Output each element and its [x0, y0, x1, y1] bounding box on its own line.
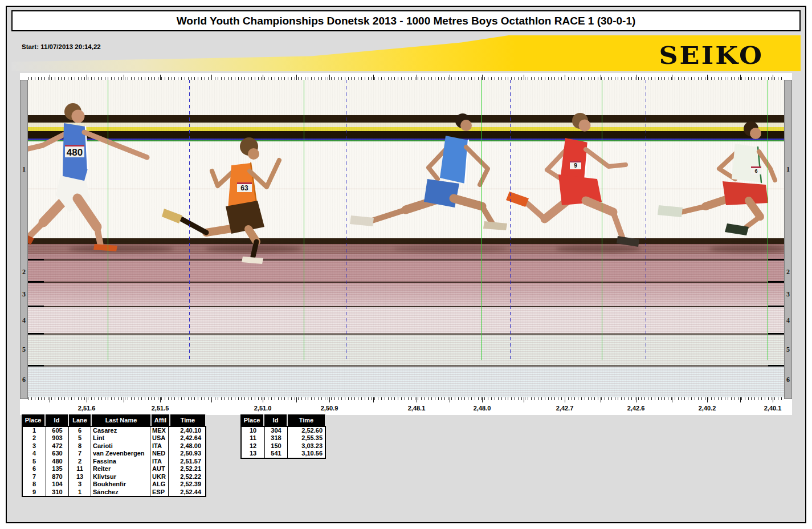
table-column: 65872111331 [69, 427, 91, 496]
table-cell: 3 [69, 481, 91, 488]
table-cell: 2,52.21 [169, 465, 203, 473]
lane-number: 6 [784, 376, 792, 384]
table-cell: 8 [69, 442, 91, 450]
lane-number: 6 [20, 376, 28, 384]
seiko-logo: SEIKO [659, 40, 764, 70]
table-cell: 2,40.10 [169, 427, 203, 434]
time-tick-label: 2,51.0 [254, 405, 272, 412]
finish-read-line [108, 80, 108, 360]
bottom-ruler-ticks [28, 397, 784, 400]
table-cell: 472 [46, 442, 68, 450]
table-cell: 12 [242, 442, 264, 450]
table-cell: 7 [69, 450, 91, 457]
table-cell: 2,52.39 [169, 481, 203, 488]
table-cell: 7 [23, 473, 46, 481]
results-table-extra: PlaceIdTime101112133043181505412,52.602,… [240, 414, 326, 459]
table-cell: Sánchez [91, 489, 150, 496]
ruler-major-tick [417, 397, 417, 402]
table-cell: MEX [150, 427, 168, 434]
table-column: 304318150541 [265, 427, 288, 458]
table-cell: Casarez [91, 427, 150, 434]
table-cell: ITA [150, 458, 168, 465]
table-cell: 3 [23, 442, 46, 450]
table-cell: UKR [150, 473, 168, 481]
table-cell: 2,51.57 [169, 458, 203, 465]
top-ruler-ticks [28, 77, 784, 80]
finish-read-line [304, 80, 304, 360]
ruler-major-tick [296, 75, 297, 80]
ruler-major-tick [160, 397, 161, 402]
table-cell: 6 [69, 427, 91, 434]
ruler-major-tick [87, 75, 87, 80]
photo-finish-image: 48063962,51.62,51.52,51.02,50.92,48.12,4… [20, 73, 792, 415]
table-column: CasarezLintCariotivan ZevenbergenFassina… [91, 427, 150, 496]
table-cell: 2 [69, 458, 91, 465]
bib-number: 63 [240, 184, 248, 192]
table-header-cell: Time [170, 414, 205, 426]
table-cell: Boukhenfir [91, 481, 150, 488]
ruler-major-tick [482, 75, 483, 80]
table-cell: 11 [242, 434, 264, 442]
table-cell: 870 [46, 473, 68, 481]
table-cell: van Zevenbergen [91, 450, 150, 457]
segment-line [189, 80, 190, 360]
lane-number: 4 [784, 316, 792, 325]
lane-number: 4 [20, 316, 28, 325]
table-cell: 310 [46, 489, 68, 496]
table-cell: 3,03.23 [288, 442, 325, 450]
time-tick-label: 2,40.2 [699, 405, 716, 412]
runner: 6 [658, 121, 775, 235]
table-cell: 3,10.56 [288, 450, 325, 457]
table-cell: Klivtsur [91, 473, 150, 481]
ruler-major-tick [672, 75, 672, 80]
segment-line [510, 80, 511, 360]
ruler-major-tick [601, 397, 601, 402]
table-cell: 2,52.44 [169, 489, 203, 496]
table-cell: Fassina [91, 458, 150, 465]
segment-line [646, 80, 646, 360]
table-cell: 2,48.00 [169, 442, 203, 450]
ruler-major-tick [524, 397, 524, 402]
table-cell: 304 [265, 427, 287, 434]
table-cell: Lint [91, 434, 150, 442]
table-column: 2,52.602,55.353,03.233,10.56 [288, 427, 325, 458]
segment-line [346, 80, 346, 360]
table-body: 1234567896059034726304801358701043106587… [22, 426, 206, 497]
ruler-major-tick [329, 75, 330, 80]
time-tick-label: 2,50.9 [321, 405, 338, 412]
table-header-row: PlaceIdTime [240, 414, 326, 426]
start-time-label: Start: 11/07/2013 20:14,22 [22, 43, 101, 50]
time-tick-label: 2,51.6 [78, 405, 96, 412]
runners-layer: 4806396 [20, 73, 792, 415]
table-header-row: PlaceIdLaneLast NameAffilTime [22, 414, 206, 426]
table-column: 10111213 [242, 427, 265, 458]
table-header-cell: Lane [69, 414, 91, 426]
table-cell: 630 [46, 450, 68, 457]
table-cell: USA [150, 434, 168, 442]
bib-number: 6 [754, 168, 757, 174]
table-cell: 2,42.64 [169, 434, 203, 442]
table-cell: 13 [242, 450, 264, 457]
table-cell: 11 [69, 465, 91, 473]
ruler-major-tick [263, 75, 263, 80]
table-cell: 9 [23, 489, 46, 496]
ruler-major-tick [482, 397, 483, 402]
ruler-major-tick [773, 397, 773, 402]
ruler-major-tick [211, 75, 212, 80]
ruler-major-tick [373, 75, 374, 80]
table-cell: 541 [265, 450, 287, 457]
ruler-major-tick [263, 397, 263, 402]
table-header-cell: Time [288, 414, 325, 426]
ruler-major-tick [707, 75, 708, 80]
table-header-cell: Place [22, 414, 44, 426]
table-column: MEXUSAITANEDITAAUTUKRALGESP [150, 427, 169, 496]
table-cell: 2,55.35 [288, 434, 325, 442]
ruler-major-tick [740, 397, 741, 402]
time-tick-label: 2,51.5 [152, 405, 169, 412]
ruler-major-tick [636, 75, 636, 80]
lane-number: 5 [784, 345, 792, 354]
runner [350, 113, 507, 230]
table-cell: 150 [265, 442, 287, 450]
table-cell: ALG [150, 481, 168, 488]
table-cell: 13 [69, 473, 91, 481]
